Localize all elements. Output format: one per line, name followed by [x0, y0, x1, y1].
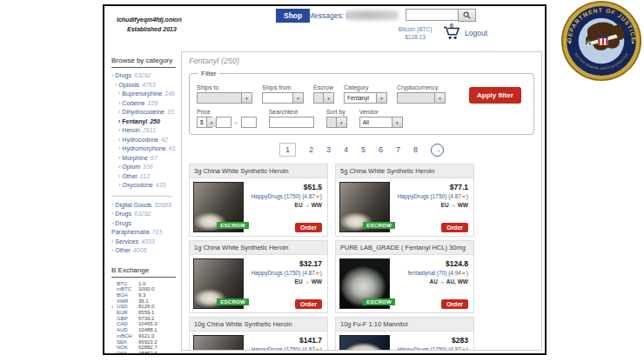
sidebar-category-item[interactable]: ›Dihydrocodeine15: [111, 108, 181, 117]
sidebar-category-item[interactable]: ›Digital Goods50689: [111, 201, 181, 211]
product-title[interactable]: 5g China White Synthetic Heroin: [336, 164, 473, 178]
category-label: Drugs Paraphernalia: [111, 220, 150, 236]
search-input[interactable]: [406, 9, 461, 21]
category-label: Opium: [122, 164, 140, 170]
exchange-rate-row[interactable]: XMR 36.1: [111, 298, 181, 305]
site-logo[interactable]: lchudifyeqm4fdj.onion Established 2013: [117, 16, 182, 34]
sidebar-category-item[interactable]: ›Hydromorphone41: [111, 144, 181, 154]
sidebar-category-item[interactable]: ›Hydrocodone42: [111, 136, 181, 145]
product-image[interactable]: ESCROW: [339, 258, 390, 309]
search-button[interactable]: [458, 9, 476, 22]
exchange-rate-row[interactable]: BCH 9.3: [111, 292, 181, 298]
apply-filter-button[interactable]: Apply filter: [469, 87, 521, 104]
page-number[interactable]: 8: [413, 145, 418, 154]
vendor-rating-close: ): [320, 193, 322, 199]
page-number[interactable]: 5: [361, 145, 366, 154]
page-number[interactable]: 1: [279, 143, 296, 157]
product-vendor-link[interactable]: HappyDrugs (1750) (4.87★): [398, 193, 468, 200]
currency-value: 5739.2: [138, 316, 154, 322]
order-button[interactable]: Order: [295, 223, 322, 232]
ships-from-select[interactable]: ▾: [262, 92, 304, 104]
order-button[interactable]: Order: [441, 223, 468, 232]
escrow-select[interactable]: ▾: [313, 92, 334, 104]
sidebar-category-item[interactable]: ›Other4005: [111, 246, 181, 256]
shop-tab[interactable]: Shop: [276, 9, 310, 23]
category-select[interactable]: Fentanyl ▾: [344, 92, 387, 104]
logout-link[interactable]: Logout: [465, 29, 487, 37]
product-image[interactable]: ESCROW: [193, 258, 244, 309]
product-title[interactable]: 10g Fu-F 1:10 Mannitol: [336, 318, 473, 332]
filter-row-1: Ships to ▾ Ships from ▾: [197, 78, 527, 104]
exchange-rate-row[interactable]: › USD 8126.0: [111, 304, 181, 310]
sidebar-category-item[interactable]: ›Codeine159: [111, 99, 181, 109]
page-number[interactable]: 4: [344, 145, 348, 154]
product-title[interactable]: 1g China White Synthetic Heroin: [190, 241, 327, 255]
bullet-icon: ›: [118, 182, 120, 188]
currency-select[interactable]: $ ▾: [197, 117, 212, 128]
product-image[interactable]: ESCROW: [339, 182, 390, 232]
product-title[interactable]: 3g China White Synthetic Heroin: [190, 164, 327, 178]
price-range-dash: -: [235, 118, 238, 128]
product-vendor-link[interactable]: HappyDrugs (1750) (4.87★): [252, 193, 322, 200]
currency-code: BCH: [117, 292, 138, 298]
sort-by-field: Sort by ▾: [326, 109, 347, 128]
exchange-rate-row[interactable]: EUR 6559.1: [111, 310, 181, 316]
exchange-rate-row[interactable]: BTC 1.0: [111, 281, 181, 287]
exchange-rate-row[interactable]: mBTC 1000.0: [111, 286, 181, 292]
escrow-label: Escrow: [313, 84, 334, 90]
searchtext-input[interactable]: [269, 117, 314, 128]
exchange-rate-row[interactable]: AUD 10488.1: [111, 327, 181, 333]
order-button[interactable]: Order: [441, 299, 468, 309]
exchange-rate-row[interactable]: SEK 66923.2: [111, 339, 181, 345]
product-image[interactable]: ESCROW: [193, 335, 244, 351]
category-list-secondary: ›Digital Goods50689 ›Drugs63292 ›Drugs P…: [111, 201, 181, 256]
sidebar-category-item[interactable]: ›Morphine67: [111, 154, 181, 164]
product-image[interactable]: ESCROW: [193, 182, 244, 232]
page-number[interactable]: 7: [396, 145, 400, 154]
sidebar-category-item[interactable]: ›Fentanyl250: [111, 117, 181, 127]
exchange-rate-row[interactable]: DKK 48852.6: [111, 351, 181, 353]
sidebar-category-item[interactable]: ›Services4333: [111, 238, 181, 247]
ships-to-select[interactable]: ▾: [197, 92, 252, 104]
cart-button[interactable]: 0: [442, 24, 463, 42]
page-number[interactable]: 2: [309, 145, 313, 154]
page-number[interactable]: 6: [379, 145, 383, 154]
escrow-badge: ESCROW: [217, 298, 249, 305]
product-vendor-link[interactable]: HappyDrugs (1750) (4.87★): [252, 270, 322, 277]
product-title[interactable]: PURE LAB_GRADE ( Fentanyl HCL) 30mg: [336, 241, 473, 255]
category-count: 159: [147, 100, 158, 106]
sidebar-category-item[interactable]: ›Buprenorphine146: [111, 90, 181, 99]
sort-by-select[interactable]: ▾: [326, 117, 347, 128]
chevron-down-icon: ▾: [323, 93, 333, 103]
sidebar-category-item[interactable]: ›Opioids4753: [111, 81, 181, 90]
price-min-input[interactable]: [216, 117, 231, 128]
sidebar-category-item[interactable]: ›Drugs63292: [111, 210, 181, 219]
vendor-select[interactable]: All ▾: [359, 117, 403, 128]
product-vendor-link[interactable]: HappyDrugs (1750) (4.87★): [252, 346, 322, 351]
product-card: 10g China White Synthetic Heroin ESCROW …: [189, 317, 328, 351]
product-vendor-link[interactable]: HappyDrugs (1750) (4.87★): [398, 346, 468, 351]
messages-link[interactable]: Messages: 0: [308, 11, 350, 20]
product-image[interactable]: ESCROW: [339, 335, 390, 351]
vendor-rating-close: ): [466, 270, 468, 276]
product-vendor-link[interactable]: fentastynal (70) (4.94★): [408, 270, 468, 277]
currency-value: 1000.0: [138, 286, 154, 292]
price-max-input[interactable]: [241, 117, 257, 128]
exchange-rate-row[interactable]: GBP 5739.2: [111, 316, 181, 322]
page-number[interactable]: 3: [326, 145, 331, 154]
sidebar-category-item[interactable]: ›Other112: [111, 172, 181, 182]
category-count: 146: [164, 90, 175, 97]
exchange-rate-row[interactable]: mBCH 9321.0: [111, 333, 181, 339]
exchange-rate-row[interactable]: CAD 10455.3: [111, 321, 181, 327]
sidebar-category-item[interactable]: ›Drugs63292: [111, 71, 181, 81]
next-page-button[interactable]: →: [431, 144, 444, 157]
cryptocurrency-select[interactable]: ▾: [397, 92, 446, 104]
order-button[interactable]: Order: [295, 299, 322, 309]
sidebar-category-item[interactable]: ›Oxycodone433: [111, 181, 181, 191]
sidebar-category-item[interactable]: ›Drugs Paraphernalia715: [111, 219, 181, 238]
currency-value: 9.3: [138, 292, 145, 298]
product-title[interactable]: 10g China White Synthetic Heroin: [190, 318, 327, 332]
exchange-rate-row[interactable]: NOK 62882.7: [111, 345, 181, 351]
sidebar-category-item[interactable]: ›Heroin2911: [111, 126, 181, 136]
sidebar-category-item[interactable]: ›Opium106: [111, 163, 181, 172]
